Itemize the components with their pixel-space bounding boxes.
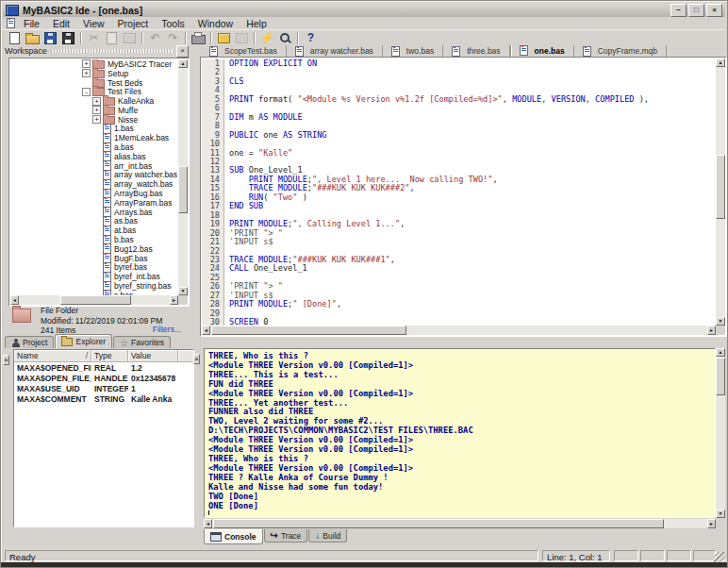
menu-help[interactable]: Help [240, 18, 273, 29]
tree-item-alias-bas[interactable]: +alias.bas [10, 152, 178, 161]
tab-one-bas[interactable]: one.bas [510, 45, 574, 57]
tree-item-1-bas[interactable]: +1.bas [10, 125, 178, 134]
tab-console[interactable]: Console [204, 529, 263, 544]
console-output-panel[interactable]: THREE, Who is this ?<Module THREE Versio… [204, 348, 716, 518]
code-editor[interactable]: 1OPTION EXPLICIT ON23CLS45PRINT format( … [200, 57, 727, 337]
collapse-icon[interactable]: - [82, 88, 91, 96]
column-header-value[interactable]: Value [128, 350, 178, 362]
tree-item-arrays-bas[interactable]: +Arrays.bas [10, 208, 178, 217]
editor-hscroll-thumb[interactable] [211, 326, 406, 335]
tab-build[interactable]: ↓Build [308, 529, 347, 543]
code-text[interactable]: OPTION EXPLICIT ON [224, 59, 317, 68]
tree-item-array-watch-bas[interactable]: +array_watch.bas [10, 179, 178, 189]
tree-item-array-watcher-bas[interactable]: +array watcher.bas [10, 171, 178, 180]
tree-vertical-scrollbar[interactable]: ▲ ▼ [178, 59, 188, 295]
filters-link[interactable]: Filters... [153, 325, 181, 334]
tab-array-watcher-bas[interactable]: array watcher.bas [287, 45, 383, 57]
workspace-close-icon[interactable]: × [176, 45, 189, 58]
expand-icon[interactable]: + [92, 106, 101, 114]
code-text[interactable]: PRINT MODULE;" [Done]", [224, 300, 341, 309]
menu-project[interactable]: Project [111, 18, 156, 29]
maximize-button[interactable]: □ [688, 4, 704, 17]
expand-icon[interactable]: + [82, 59, 91, 68]
scroll-left-icon[interactable]: ◄ [204, 519, 212, 528]
watch-close-icon[interactable]: × [3, 355, 9, 365]
code-text[interactable]: END SUB [224, 202, 263, 210]
tree-item-nisse[interactable]: +Nisse [10, 115, 178, 125]
tree-item-muffe[interactable]: +Muffe [10, 106, 178, 115]
tree-item-byref-bas[interactable]: +byref.bas [10, 263, 178, 273]
expand-icon[interactable]: + [92, 115, 101, 124]
tree-item-test-files[interactable]: -Test Files [10, 87, 178, 96]
code-text[interactable]: CALL One_Level_1 [224, 264, 307, 273]
tree-item-byref-string-bas[interactable]: +byref_string.bas [10, 281, 178, 291]
scroll-down-icon[interactable]: ▼ [178, 287, 188, 295]
help-button[interactable]: ? [302, 31, 320, 46]
tree-hscroll-thumb[interactable] [60, 295, 131, 305]
console-vertical-scrollbar[interactable]: ▲ ▼ [716, 348, 725, 518]
tab-explorer[interactable]: Explorer [55, 334, 112, 348]
scroll-up-icon[interactable]: ▲ [178, 59, 188, 68]
tree-item-arrayparam-bas[interactable]: +ArrayParam.bas [10, 198, 178, 208]
tab-scopetest-bas[interactable]: ScopeTest.bas [201, 45, 287, 57]
close-button[interactable]: × [706, 4, 722, 17]
tree-item-bugf-bas[interactable]: +BugF.bas [10, 254, 178, 263]
tree-item-a-bas[interactable]: +a.bas [10, 142, 178, 152]
tree-item-arr-int-bas[interactable]: +arr_int.bas [10, 161, 178, 171]
save-all-button[interactable] [59, 31, 77, 46]
code-text[interactable]: one = "Kalle" [224, 149, 292, 158]
scroll-right-icon[interactable]: ► [707, 519, 716, 528]
tree-horizontal-scrollbar[interactable]: ◄ ► [10, 295, 178, 305]
editor-vscroll-thumb[interactable] [716, 155, 725, 219]
tree-item-b-bas[interactable]: +b.bas [10, 235, 178, 244]
minimize-button[interactable]: − [670, 4, 687, 17]
console-horizontal-scrollbar[interactable]: ◄ ► [204, 519, 716, 528]
scroll-up-icon[interactable]: ▲ [716, 348, 725, 357]
find-in-files-button[interactable] [276, 31, 294, 46]
watch-row[interactable]: MAXA$COMMENTSTRINGKalle Anka [14, 393, 193, 404]
expand-icon[interactable]: + [92, 97, 101, 106]
tree-item-1memleak-bas[interactable]: +1MemLeak.bas [10, 133, 178, 142]
menu-file[interactable]: File [17, 18, 46, 29]
console-text[interactable]: THREE, Who is this ?<Module THREE Versio… [208, 352, 713, 515]
output-close-icon[interactable]: × [193, 354, 200, 364]
code-text[interactable]: 'INPUT s$ [224, 238, 273, 246]
tab-trace[interactable]: ↪Trace [264, 529, 308, 543]
tree-item-byref-int-bas[interactable]: +byref_int.bas [10, 272, 178, 281]
scroll-right-icon[interactable]: ► [707, 326, 716, 335]
scroll-down-icon[interactable]: ▼ [716, 510, 725, 518]
menu-tools[interactable]: Tools [155, 18, 191, 29]
save-button[interactable] [41, 31, 59, 46]
code-text[interactable]: SCREEN 0 [224, 318, 268, 326]
caption-grip[interactable] [51, 49, 173, 53]
editor-vertical-scrollbar[interactable]: ▲ ▼ [716, 58, 725, 326]
console-hscroll-thumb[interactable] [213, 519, 664, 528]
code-text[interactable]: PRINT format( "<Module %s Version v%1.2f… [224, 95, 649, 104]
column-header-type[interactable]: Type [91, 350, 128, 362]
tab-copyframe-mqb[interactable]: CopyFrame.mqb [574, 45, 667, 57]
expand-icon[interactable]: + [82, 69, 91, 77]
print-button[interactable] [190, 31, 207, 46]
run-button[interactable]: ⚡ [258, 31, 276, 46]
scroll-right-icon[interactable]: ► [170, 295, 178, 305]
tree-item-bug12-bas[interactable]: +Bug12.bas [10, 244, 178, 254]
tab-favorites[interactable]: ☆Favorites [113, 336, 171, 348]
scroll-down-icon[interactable]: ▼ [716, 317, 725, 326]
tree-item-as-bas[interactable]: +as.bas [10, 217, 178, 226]
scroll-left-icon[interactable]: ◄ [10, 295, 19, 305]
code-area[interactable]: 1OPTION EXPLICIT ON23CLS45PRINT format( … [202, 59, 716, 326]
tree-item-kalleanka[interactable]: +KalleAnka [10, 96, 178, 106]
tab-project[interactable]: Project [5, 336, 54, 348]
tree-item-arraybug-bas[interactable]: +ArrayBug.bas [10, 189, 178, 198]
code-text[interactable]: CLS [224, 77, 244, 86]
tree-vscroll-thumb[interactable] [178, 166, 188, 213]
menu-window[interactable]: Window [191, 18, 240, 29]
scroll-up-icon[interactable]: ▲ [716, 58, 725, 67]
console-vscroll-thumb[interactable] [716, 358, 725, 395]
watch-row[interactable]: MAXA$USE_UIDINTEGER1 [14, 383, 193, 393]
watch-row[interactable]: MAXA$OPEN_FILE_1.FIDHANDLE0x12345678 [14, 373, 193, 383]
compile-button[interactable] [215, 31, 233, 46]
tab-three-bas[interactable]: three.bas [443, 45, 509, 57]
editor-horizontal-scrollbar[interactable]: ◄ ► [202, 326, 716, 335]
new-file-button[interactable] [6, 31, 24, 46]
